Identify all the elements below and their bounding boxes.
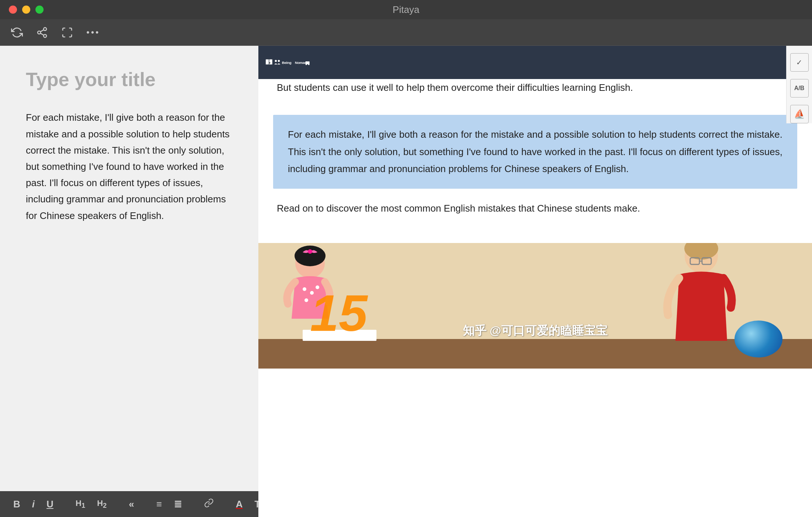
zhihu-watermark: 知乎 @可口可爱的瞌睡宝宝 bbox=[463, 323, 608, 339]
editor-bottom-toolbar: B i U H1 H2 « ≡ ≣ A T T bbox=[0, 491, 258, 517]
scene-background: 知乎 @可口可爱的瞌睡宝宝 15 bbox=[258, 243, 812, 369]
browser-header: Being Nomad bbox=[258, 46, 812, 79]
svg-point-11 bbox=[275, 60, 277, 62]
browser-panel: Being Nomad But studen bbox=[258, 46, 812, 517]
link-button[interactable] bbox=[202, 497, 216, 511]
svg-point-12 bbox=[278, 60, 280, 62]
list-ul-button[interactable]: ≡ bbox=[154, 497, 164, 511]
svg-text:Nomad: Nomad bbox=[295, 61, 307, 65]
svg-rect-8 bbox=[266, 59, 269, 65]
traffic-lights bbox=[9, 6, 44, 14]
highlighted-text: For each mistake, I'll give both a reaso… bbox=[288, 129, 782, 175]
svg-line-4 bbox=[40, 30, 44, 31]
bold-button[interactable]: B bbox=[11, 497, 23, 511]
svg-point-2 bbox=[44, 34, 47, 37]
quote-button[interactable]: « bbox=[127, 497, 136, 511]
svg-point-1 bbox=[38, 31, 41, 34]
right-sidebar: ✓ A/B ⛵ bbox=[786, 46, 812, 123]
svg-point-17 bbox=[308, 64, 310, 65]
article-image: 知乎 @可口可爱的瞌睡宝宝 15 bbox=[258, 243, 812, 369]
text-color-button[interactable]: A bbox=[234, 497, 245, 511]
minimize-button[interactable] bbox=[22, 6, 30, 14]
read-on-text: Read on to discover the most common Engl… bbox=[277, 203, 640, 214]
editor-title-placeholder[interactable]: Type your title bbox=[26, 68, 233, 91]
teacher-figure bbox=[646, 243, 757, 341]
svg-point-19 bbox=[295, 246, 326, 266]
more-icon[interactable]: ••• bbox=[86, 27, 100, 38]
svg-point-16 bbox=[306, 64, 307, 65]
main-container: Type your title For each mistake, I'll g… bbox=[0, 46, 812, 517]
boat-sidebar-icon[interactable]: ⛵ bbox=[790, 105, 809, 123]
article-image-container: 知乎 @可口可爱的瞌睡宝宝 15 bbox=[258, 243, 812, 369]
article-text-section: For each mistake, I'll give both a reaso… bbox=[258, 100, 812, 243]
svg-text:Being: Being bbox=[282, 61, 292, 65]
svg-point-21 bbox=[303, 287, 306, 291]
window-title: Pitaya bbox=[393, 4, 419, 16]
editor-panel: Type your title For each mistake, I'll g… bbox=[0, 46, 258, 517]
brand-logo: Being Nomad bbox=[266, 51, 310, 73]
formula-sidebar-icon[interactable]: A/B bbox=[790, 79, 809, 97]
main-toolbar: ••• bbox=[0, 19, 812, 46]
h1-button[interactable]: H1 bbox=[73, 497, 87, 511]
fullscreen-icon[interactable] bbox=[61, 27, 73, 38]
italic-button[interactable]: i bbox=[30, 497, 37, 511]
svg-line-3 bbox=[40, 33, 44, 35]
underline-button[interactable]: U bbox=[44, 497, 56, 511]
share-icon[interactable] bbox=[36, 27, 48, 38]
h2-button[interactable]: H2 bbox=[95, 497, 109, 511]
scene-table bbox=[258, 339, 812, 369]
svg-rect-9 bbox=[269, 59, 272, 65]
maximize-button[interactable] bbox=[35, 6, 44, 14]
svg-point-0 bbox=[44, 27, 47, 30]
checkbox-sidebar-icon[interactable]: ✓ bbox=[790, 53, 809, 72]
article-partial-top: But students can use it well to help the… bbox=[258, 79, 812, 100]
svg-point-20 bbox=[308, 249, 312, 254]
title-bar: Pitaya bbox=[0, 0, 812, 19]
editor-content[interactable]: Type your title For each mistake, I'll g… bbox=[0, 46, 258, 517]
article-highlighted-block: For each mistake, I'll give both a reaso… bbox=[273, 115, 797, 189]
brand-logo-icon: Being Nomad bbox=[266, 51, 310, 73]
list-ol-button[interactable]: ≣ bbox=[172, 497, 184, 511]
editor-body-text[interactable]: For each mistake, I'll give both a reaso… bbox=[26, 109, 233, 223]
refresh-icon[interactable] bbox=[11, 27, 23, 38]
svg-point-24 bbox=[304, 298, 308, 302]
big-number: 15 bbox=[310, 287, 368, 339]
close-button[interactable] bbox=[9, 6, 17, 14]
browser-content[interactable]: But students can use it well to help the… bbox=[258, 79, 812, 517]
article-read-on-paragraph: Read on to discover the most common Engl… bbox=[277, 200, 794, 217]
partial-top-content: But students can use it well to help the… bbox=[277, 82, 633, 93]
